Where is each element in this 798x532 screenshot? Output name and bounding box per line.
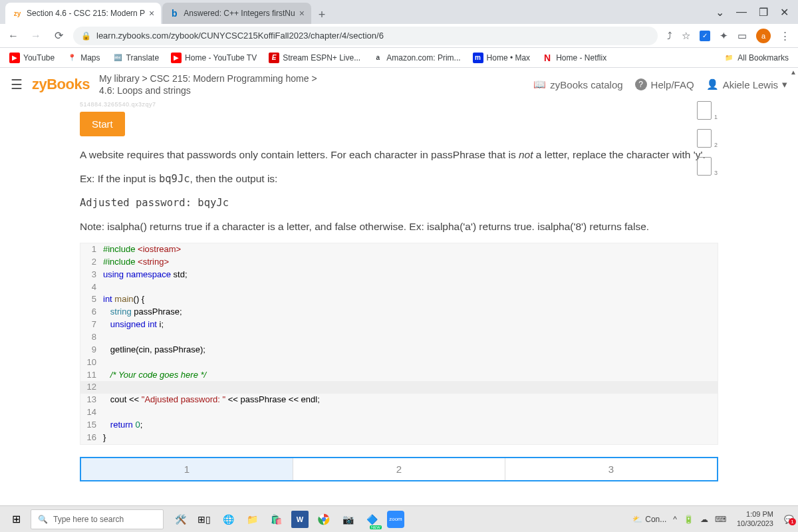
browser-tab-inactive[interactable]: b Answered: C++ Integers firstNu × bbox=[162, 3, 311, 24]
lock-icon: 🔒 bbox=[81, 31, 91, 41]
search-placeholder: Type here to search bbox=[53, 515, 124, 524]
bookmark-netflix[interactable]: NHome - Netflix bbox=[542, 53, 606, 63]
user-icon: 👤 bbox=[706, 78, 719, 90]
code-line[interactable]: 11 /* Your code goes here */ bbox=[80, 369, 718, 382]
browser-tab-active[interactable]: zy Section 4.6 - CSC 215: Modern P × bbox=[5, 3, 161, 24]
code-line[interactable]: 2#include <string> bbox=[80, 256, 718, 269]
code-line[interactable]: 5int main() { bbox=[80, 293, 718, 306]
note-box-1[interactable] bbox=[697, 101, 712, 120]
code-line[interactable]: 1#include <iostream> bbox=[80, 243, 718, 256]
kebab-menu-icon[interactable]: ⋮ bbox=[780, 30, 790, 42]
camera-icon[interactable]: 📷 bbox=[339, 511, 356, 528]
isalpha-note: Note: isalpha() returns true if a charac… bbox=[80, 219, 718, 235]
hamburger-menu-icon[interactable]: ☰ bbox=[11, 76, 23, 92]
user-menu[interactable]: 👤Akiele Lewis▾ bbox=[706, 78, 787, 90]
code-line[interactable]: 15 return 0; bbox=[80, 419, 718, 432]
breadcrumb-path[interactable]: My library > CSC 215: Modern Programming… bbox=[99, 72, 524, 84]
zybooks-header: ☰ zyBooks My library > CSC 215: Modern P… bbox=[0, 68, 798, 101]
breadcrumb: My library > CSC 215: Modern Programming… bbox=[99, 72, 524, 96]
scroll-up-arrow[interactable]: ▲ bbox=[790, 68, 797, 76]
code-line[interactable]: 10 bbox=[80, 356, 718, 369]
bookmark-max[interactable]: mHome • Max bbox=[473, 53, 531, 63]
reload-icon[interactable]: ⟳ bbox=[51, 29, 66, 42]
translate-icon: 🔤 bbox=[112, 53, 123, 63]
all-bookmarks-link[interactable]: 📁All Bookmarks bbox=[724, 53, 789, 63]
star-icon[interactable]: ☆ bbox=[682, 30, 690, 42]
edge-icon[interactable]: 🌐 bbox=[219, 511, 237, 528]
file-explorer-icon[interactable]: 📁 bbox=[243, 511, 261, 528]
start-menu-button[interactable]: ⊞ bbox=[4, 513, 28, 525]
extensions-icon[interactable]: ✦ bbox=[720, 30, 728, 42]
taskbar-search[interactable]: 🔍 Type here to search bbox=[31, 509, 164, 529]
problem-description: A website requires that passwords only c… bbox=[80, 147, 718, 163]
espn-icon: E bbox=[269, 53, 279, 63]
favicon-zybooks: zy bbox=[12, 8, 23, 19]
netflix-icon: N bbox=[542, 53, 553, 63]
reading-list-icon[interactable]: ▭ bbox=[737, 30, 747, 42]
taskbar-clock[interactable]: 1:09 PM 10/30/2023 bbox=[733, 510, 777, 527]
maximize-icon[interactable]: ❐ bbox=[759, 6, 768, 19]
example-input-line: Ex: If the input is bq9Jc, then the outp… bbox=[80, 171, 718, 187]
url-text: learn.zybooks.com/zybook/CUNYCSC215Koffi… bbox=[96, 31, 384, 41]
notifications-icon[interactable]: 💬1 bbox=[784, 515, 794, 524]
step-tab-3[interactable]: 3 bbox=[505, 458, 717, 480]
code-line[interactable]: 12 bbox=[80, 381, 718, 394]
task-view-icon[interactable]: ⊞▯ bbox=[196, 511, 213, 528]
onedrive-icon[interactable]: ☁ bbox=[700, 515, 708, 524]
chrome-icon[interactable] bbox=[315, 511, 332, 528]
feedback-notes bbox=[697, 101, 712, 176]
tools-icon[interactable]: 🛠️ bbox=[172, 511, 189, 528]
code-line[interactable]: 8 bbox=[80, 331, 718, 344]
code-editor[interactable]: 1#include <iostream>2#include <string>3u… bbox=[80, 243, 718, 445]
new-tab-button[interactable]: + bbox=[313, 5, 331, 24]
code-line[interactable]: 9 getline(cin, passPhrase); bbox=[80, 344, 718, 356]
caret-down-icon: ▾ bbox=[782, 78, 787, 90]
profile-avatar[interactable]: a bbox=[756, 29, 771, 43]
zybooks-logo[interactable]: zyBooks bbox=[32, 76, 90, 93]
code-line[interactable]: 4 bbox=[80, 281, 718, 294]
share-icon[interactable]: ⤴ bbox=[667, 30, 672, 41]
tray-chevron-icon[interactable]: ^ bbox=[673, 515, 677, 524]
url-input[interactable]: 🔒 learn.zybooks.com/zybook/CUNYCSC215Kof… bbox=[73, 27, 658, 45]
weather-icon: ⛅ bbox=[632, 515, 642, 524]
code-line[interactable]: 14 bbox=[80, 406, 718, 419]
code-line[interactable]: 7 unsigned int i; bbox=[80, 319, 718, 331]
minimize-icon[interactable]: — bbox=[736, 6, 747, 18]
breadcrumb-section: 4.6: Loops and strings bbox=[99, 84, 524, 96]
chevron-down-icon[interactable]: ⌄ bbox=[716, 6, 724, 19]
start-button[interactable]: Start bbox=[80, 112, 125, 136]
zoom-icon[interactable]: zoom bbox=[387, 511, 404, 528]
content-area[interactable]: 514884.3265540.qx3zqy7 Start A website r… bbox=[0, 101, 798, 505]
code-line[interactable]: 13 cout << "Adjusted password: " << pass… bbox=[80, 394, 718, 406]
chrome-address-bar: ← → ⟳ 🔒 learn.zybooks.com/zybook/CUNYCSC… bbox=[0, 24, 798, 48]
code-line[interactable]: 3using namespace std; bbox=[80, 269, 718, 281]
close-window-icon[interactable]: ✕ bbox=[780, 6, 789, 19]
check-badge-icon[interactable]: ✓ bbox=[700, 31, 710, 41]
code-line[interactable]: 16} bbox=[80, 432, 718, 444]
bookmark-translate[interactable]: 🔤Translate bbox=[112, 53, 160, 63]
bookmark-youtube[interactable]: ▶YouTube bbox=[9, 53, 55, 63]
word-icon[interactable]: W bbox=[291, 511, 309, 528]
back-icon[interactable]: ← bbox=[5, 30, 21, 42]
bookmark-maps[interactable]: 📍Maps bbox=[66, 53, 100, 63]
step-tab-1[interactable]: 1 bbox=[81, 458, 293, 480]
bookmark-espn[interactable]: EStream ESPN+ Live... bbox=[269, 53, 360, 63]
weather-widget[interactable]: ⛅Con... bbox=[632, 515, 666, 524]
battery-icon[interactable]: 🔋 bbox=[684, 515, 694, 524]
max-icon: m bbox=[473, 53, 483, 63]
close-icon[interactable]: × bbox=[299, 8, 305, 19]
window-controls: ⌄ — ❐ ✕ bbox=[706, 0, 798, 24]
bookmark-amazon[interactable]: aAmazon.com: Prim... bbox=[372, 53, 460, 63]
code-line[interactable]: 6 string passPhrase; bbox=[80, 306, 718, 319]
bookmark-youtube-tv[interactable]: ▶Home - YouTube TV bbox=[171, 53, 257, 63]
step-tab-2[interactable]: 2 bbox=[293, 458, 505, 480]
input-icon[interactable]: ⌨ bbox=[715, 515, 726, 524]
amazon-icon: a bbox=[372, 53, 383, 63]
microsoft-store-icon[interactable]: 🛍️ bbox=[267, 511, 285, 528]
catalog-link[interactable]: 📖zyBooks catalog bbox=[533, 78, 622, 90]
note-box-3[interactable] bbox=[697, 157, 712, 176]
new-app-icon[interactable]: 🔷NEW bbox=[363, 511, 380, 528]
note-box-2[interactable] bbox=[697, 129, 712, 148]
help-link[interactable]: ?Help/FAQ bbox=[635, 78, 694, 90]
close-icon[interactable]: × bbox=[149, 8, 154, 19]
